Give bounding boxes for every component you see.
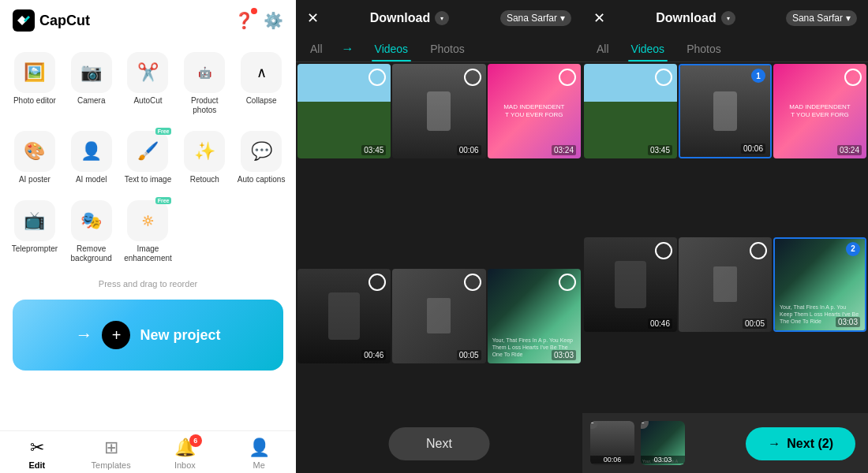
inbox-badge: 6 xyxy=(189,434,202,447)
right-modal-header: ✕ Download ▾ Sana Sarfar ▾ xyxy=(582,0,868,36)
video-thumb-4[interactable]: 00:46 xyxy=(297,269,391,363)
right-video-duration-1: 03:45 xyxy=(648,145,672,155)
right-video-thumb-6[interactable]: Your, That Fires In A p. You Keep Them L… xyxy=(773,237,866,332)
right-video-duration-4: 00:46 xyxy=(648,318,672,329)
selected-thumb-duration-1: 00:06 xyxy=(590,456,634,464)
tool-text-to-image[interactable]: 🖌️ Free Text to image xyxy=(120,123,177,192)
tool-camera[interactable]: 📷 Camera xyxy=(63,44,120,123)
nav-edit[interactable]: ✂ Edit xyxy=(0,438,74,470)
tool-teleprompter[interactable]: 📺 Teleprompter xyxy=(6,192,63,271)
right-next-button[interactable]: → Next (2) xyxy=(746,427,855,460)
middle-user-badge: Sana Sarfar ▾ xyxy=(500,10,571,26)
video-thumb-3[interactable]: MAD INDEPENDENTT YOU EVER FORG 03:24 xyxy=(488,64,581,158)
right-close-button[interactable]: ✕ xyxy=(593,9,605,27)
video-duration-4: 00:46 xyxy=(361,350,386,360)
right-title-area: Download ▾ xyxy=(656,11,735,25)
video-thumb-2[interactable]: 00:06 xyxy=(392,64,485,158)
right-check-circle-3[interactable] xyxy=(844,69,862,86)
new-project-label: New project xyxy=(140,327,220,344)
tool-ai-poster[interactable]: 🎨 AI poster xyxy=(6,123,63,192)
right-next-arrow-icon: → xyxy=(768,437,780,451)
left-panel: CapCut ❓ ⚙️ 🖼️ Photo editor 📷 Camera ✂️ … xyxy=(0,0,296,473)
video-thumb-5[interactable]: 00:05 xyxy=(392,269,485,363)
tool-ai-model[interactable]: 👤 AI model xyxy=(63,123,120,192)
check-circle-4[interactable] xyxy=(369,274,386,291)
tools-grid: 🖼️ Photo editor 📷 Camera ✂️ AutoCut 🤖 Pr… xyxy=(0,41,296,274)
right-tab-bar: All Videos Photos xyxy=(582,36,868,62)
right-video-duration-6: 03:03 xyxy=(836,317,860,327)
new-project-button[interactable]: → + New project xyxy=(13,300,283,371)
right-video-thumb-1[interactable]: 03:45 xyxy=(584,64,677,158)
right-check-circle-4[interactable] xyxy=(655,242,672,259)
right-tab-videos[interactable]: Videos xyxy=(628,36,668,61)
settings-icon[interactable]: ⚙️ xyxy=(264,11,283,30)
middle-next-button[interactable]: Next xyxy=(388,427,490,460)
right-video-duration-5: 00:05 xyxy=(743,318,767,329)
right-video-duration-2: 00:06 xyxy=(741,143,765,154)
help-icon[interactable]: ❓ xyxy=(234,11,254,30)
video-duration-6: 03:03 xyxy=(552,350,576,360)
nav-templates[interactable]: ⊞ Templates xyxy=(74,438,148,470)
check-circle-6[interactable] xyxy=(559,274,576,291)
middle-user-name: Sana Sarfar xyxy=(507,13,557,24)
free-badge-2: Free xyxy=(155,197,172,204)
tool-retouch[interactable]: ✨ Retouch xyxy=(176,123,233,192)
middle-video-grid: 03:45 00:06 MAD INDEPENDENTT YOU EVER FO… xyxy=(296,62,582,473)
right-user-name: Sana Sarfar xyxy=(792,13,843,24)
tool-remove-background[interactable]: 🎭 Remove background xyxy=(63,192,120,271)
right-panel: ✕ Download ▾ Sana Sarfar ▾ All Videos Ph… xyxy=(582,0,868,473)
me-icon: 👤 xyxy=(249,438,270,458)
video-duration-2: 00:06 xyxy=(457,145,481,155)
tool-photo-editor[interactable]: 🖼️ Photo editor xyxy=(6,44,63,123)
nav-me[interactable]: 👤 Me xyxy=(222,438,296,470)
right-next-label: Next (2) xyxy=(787,437,833,451)
right-check-circle-5[interactable] xyxy=(750,242,767,259)
right-user-dropdown-icon: ▾ xyxy=(846,13,851,24)
right-video-thumb-5[interactable]: 00:05 xyxy=(679,237,772,332)
app-header: CapCut ❓ ⚙️ xyxy=(0,0,296,41)
selected-thumb-2[interactable]: − Your, That Fires In A 03:03 xyxy=(641,421,685,465)
middle-close-button[interactable]: ✕ xyxy=(307,9,319,27)
nav-inbox[interactable]: 🔔 6 Inbox xyxy=(148,438,223,470)
middle-panel: ✕ Download ▾ Sana Sarfar ▾ All → Videos … xyxy=(296,0,582,473)
free-badge: Free xyxy=(155,128,172,135)
right-video-thumb-3[interactable]: MAD INDEPENDENTT YOU EVER FORG 03:24 xyxy=(773,64,866,158)
right-video-thumb-2[interactable]: 1 00:06 xyxy=(679,64,772,158)
selected-thumb-duration-2: 03:03 xyxy=(641,456,685,464)
new-project-arrow-icon: → xyxy=(75,325,92,345)
right-check-circle-1[interactable] xyxy=(655,69,672,86)
check-circle-5[interactable] xyxy=(464,274,481,291)
new-project-plus-icon: + xyxy=(102,321,130,349)
right-video-duration-3: 03:24 xyxy=(837,145,862,155)
inbox-icon: 🔔 6 xyxy=(174,438,196,458)
right-user-badge: Sana Sarfar ▾ xyxy=(786,10,857,26)
tool-image-enhancement[interactable]: 🔆 Free Image enhancement xyxy=(120,192,177,271)
middle-user-dropdown-icon: ▾ xyxy=(560,13,565,24)
selected-thumb-1[interactable]: − 00:06 xyxy=(590,421,634,465)
tool-collapse[interactable]: ∧ Collapse xyxy=(233,44,290,123)
video-thumb-1[interactable]: 03:45 xyxy=(297,64,391,158)
right-select-number-6: 2 xyxy=(846,242,860,256)
tool-autocut[interactable]: ✂️ AutoCut xyxy=(120,44,177,123)
right-modal-title: Download xyxy=(656,11,716,25)
check-circle-3[interactable] xyxy=(559,69,576,86)
middle-modal-title: Download xyxy=(370,11,430,25)
app-logo: CapCut xyxy=(13,9,90,32)
middle-dropdown-icon[interactable]: ▾ xyxy=(435,11,449,25)
tool-auto-captions[interactable]: 💬 Auto captions xyxy=(233,123,290,192)
right-dropdown-icon[interactable]: ▾ xyxy=(721,11,735,25)
right-tab-photos[interactable]: Photos xyxy=(683,36,724,61)
middle-tab-videos[interactable]: Videos xyxy=(372,36,412,61)
right-video-thumb-4[interactable]: 00:46 xyxy=(584,237,677,332)
middle-tab-all[interactable]: All xyxy=(307,36,326,61)
bottom-nav: ✂ Edit ⊞ Templates 🔔 6 Inbox 👤 Me xyxy=(0,430,296,473)
video-thumb-6[interactable]: Your, That Fires In A p. You Keep Them L… xyxy=(488,269,581,363)
drag-hint: Press and drag to reorder xyxy=(0,274,296,293)
check-circle-2[interactable] xyxy=(464,69,481,86)
right-video-grid: 03:45 1 00:06 MAD INDEPENDENTT YOU EVER … xyxy=(582,62,868,410)
video-duration-3: 03:24 xyxy=(552,145,576,155)
tool-product-photos[interactable]: 🤖 Product photos xyxy=(176,44,233,123)
right-tab-all[interactable]: All xyxy=(593,36,612,61)
middle-tab-photos[interactable]: Photos xyxy=(427,36,468,61)
middle-modal-header: ✕ Download ▾ Sana Sarfar ▾ xyxy=(296,0,582,36)
